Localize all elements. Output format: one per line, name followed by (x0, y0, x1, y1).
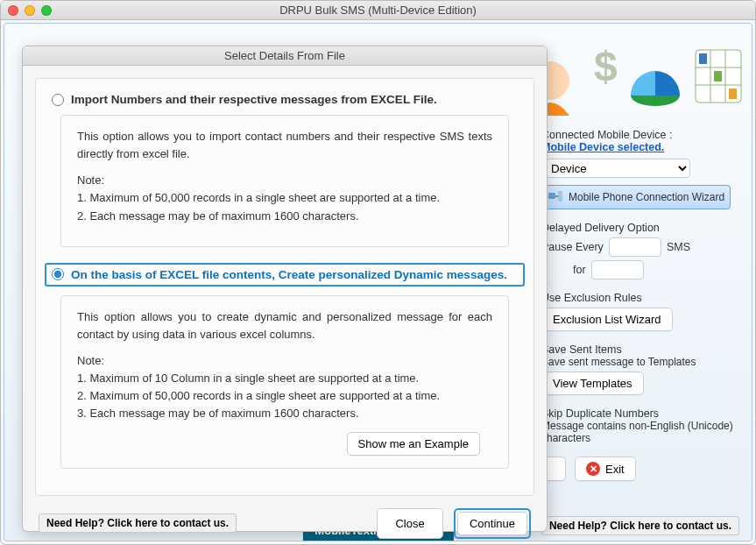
option-import-label: Import Numbers and their respective mess… (71, 93, 437, 106)
show-example-button[interactable]: Show me an Example (347, 432, 480, 456)
sms-label: SMS (667, 241, 690, 253)
pause-every-label: Pause Every (541, 241, 604, 253)
window-title: DRPU Bulk SMS (Multi-Device Edition) (1, 4, 755, 17)
option-dynamic-desc: This option allows you to create dynamic… (60, 295, 509, 469)
unicode-label: Message contains non-English (Unicode) c… (541, 420, 734, 444)
exclusion-wizard-button[interactable]: Exclusion List Wizard (541, 308, 673, 331)
footer-help-button[interactable]: Need Help? Click here to contact us. (541, 516, 739, 535)
svg-rect-11 (548, 193, 555, 199)
for-label: for (573, 264, 586, 276)
header-illustration: $ (524, 32, 743, 120)
select-details-modal: Select Details From File Import Numbers … (22, 46, 548, 532)
exclusion-label: Use Exclusion Rules (541, 292, 734, 304)
main-window: DRPU Bulk SMS (Multi-Device Edition) $ C… (0, 0, 756, 545)
for-input[interactable] (591, 260, 644, 280)
continue-button[interactable]: Continue (457, 512, 527, 535)
svg-rect-12 (558, 191, 562, 202)
option-import-radio[interactable] (52, 94, 64, 106)
view-templates-button[interactable]: View Templates (541, 372, 644, 395)
connected-device-label: Connected Mobile Device : (541, 129, 734, 141)
modal-title: Select Details From File (23, 46, 547, 66)
svg-text:$: $ (594, 43, 618, 89)
delay-label: Delayed Delivery Option (541, 222, 734, 234)
close-button[interactable]: Close (377, 508, 443, 539)
svg-rect-10 (729, 88, 737, 99)
computer-phone-icon (548, 189, 563, 205)
device-selected-link[interactable]: Mobile Device selected. (541, 141, 734, 153)
modal-help-button[interactable]: Need Help? Click here to contact us. (39, 513, 237, 533)
option-dynamic-row[interactable]: On the basis of EXCEL file contents, Cre… (45, 263, 525, 287)
zoom-icon[interactable] (41, 5, 52, 16)
option-import-desc: This option allows you to import contact… (60, 115, 509, 247)
pause-every-input[interactable] (609, 237, 661, 257)
option-import-row[interactable]: Import Numbers and their respective mess… (52, 93, 518, 106)
minimize-icon[interactable] (25, 5, 35, 16)
device-select[interactable]: Device (541, 159, 690, 178)
exit-button[interactable]: ✕ Exit (575, 457, 636, 481)
close-x-icon: ✕ (586, 462, 600, 476)
main-body: $ Connected Mobile Device : Mobile Devic… (4, 23, 752, 541)
sent-items-label: Save Sent Items (541, 343, 734, 356)
close-icon[interactable] (8, 5, 18, 16)
connection-wizard-button[interactable]: Mobile Phone Connection Wizard (541, 185, 731, 209)
skip-duplicates-label: Skip Duplicate Numbers (541, 407, 734, 420)
titlebar: DRPU Bulk SMS (Multi-Device Edition) (1, 1, 755, 20)
option-dynamic-radio[interactable] (52, 268, 64, 280)
option-dynamic-label: On the basis of EXCEL file contents, Cre… (71, 268, 507, 281)
right-panel: Connected Mobile Device : Mobile Device … (541, 129, 734, 493)
sent-items-sub: Save sent message to Templates (541, 356, 734, 368)
svg-rect-9 (714, 71, 722, 81)
svg-rect-8 (699, 53, 707, 64)
